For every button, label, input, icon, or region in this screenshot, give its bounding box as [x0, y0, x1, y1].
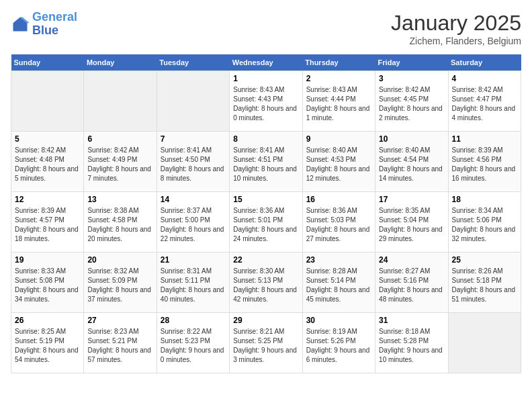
calendar-cell: 20Sunrise: 8:32 AM Sunset: 5:09 PM Dayli… — [84, 253, 157, 313]
day-info: Sunrise: 8:25 AM Sunset: 5:19 PM Dayligh… — [15, 327, 80, 365]
day-info: Sunrise: 8:43 AM Sunset: 4:43 PM Dayligh… — [233, 85, 298, 123]
weekday-header-saturday: Saturday — [448, 54, 521, 71]
day-info: Sunrise: 8:21 AM Sunset: 5:25 PM Dayligh… — [233, 327, 298, 365]
calendar-cell: 21Sunrise: 8:31 AM Sunset: 5:11 PM Dayli… — [157, 253, 229, 313]
day-number: 1 — [233, 74, 298, 83]
day-number: 16 — [306, 195, 371, 204]
weekday-header-tuesday: Tuesday — [157, 54, 229, 71]
calendar-table: SundayMondayTuesdayWednesdayThursdayFrid… — [11, 54, 521, 373]
day-number: 12 — [15, 195, 80, 204]
logo: General Blue — [11, 11, 77, 38]
logo-text: General Blue — [32, 11, 77, 38]
day-number: 22 — [233, 255, 298, 265]
day-info: Sunrise: 8:28 AM Sunset: 5:14 PM Dayligh… — [306, 267, 371, 304]
calendar-cell: 29Sunrise: 8:21 AM Sunset: 5:25 PM Dayli… — [230, 313, 302, 373]
day-number: 9 — [306, 134, 371, 144]
title-block: January 2025 Zichem, Flanders, Belgium — [391, 11, 521, 46]
day-info: Sunrise: 8:42 AM Sunset: 4:47 PM Dayligh… — [452, 85, 517, 123]
calendar-cell: 2Sunrise: 8:43 AM Sunset: 4:44 PM Daylig… — [302, 71, 375, 132]
calendar-cell: 26Sunrise: 8:25 AM Sunset: 5:19 PM Dayli… — [11, 313, 84, 373]
day-number: 13 — [87, 195, 152, 204]
day-info: Sunrise: 8:40 AM Sunset: 4:54 PM Dayligh… — [379, 146, 444, 183]
day-number: 20 — [87, 255, 152, 265]
calendar-cell — [11, 71, 84, 132]
calendar-header-row: SundayMondayTuesdayWednesdayThursdayFrid… — [11, 54, 521, 71]
day-info: Sunrise: 8:32 AM Sunset: 5:09 PM Dayligh… — [87, 267, 152, 304]
day-number: 28 — [161, 316, 226, 325]
day-info: Sunrise: 8:41 AM Sunset: 4:50 PM Dayligh… — [161, 146, 226, 183]
weekday-header-wednesday: Wednesday — [230, 54, 302, 71]
calendar-cell: 18Sunrise: 8:34 AM Sunset: 5:06 PM Dayli… — [448, 192, 521, 253]
day-info: Sunrise: 8:38 AM Sunset: 4:58 PM Dayligh… — [87, 206, 152, 244]
calendar-cell: 25Sunrise: 8:26 AM Sunset: 5:18 PM Dayli… — [448, 253, 521, 313]
calendar-body: 1Sunrise: 8:43 AM Sunset: 4:43 PM Daylig… — [11, 71, 521, 373]
day-info: Sunrise: 8:23 AM Sunset: 5:21 PM Dayligh… — [87, 327, 152, 365]
day-info: Sunrise: 8:19 AM Sunset: 5:26 PM Dayligh… — [306, 327, 371, 365]
calendar-cell: 6Sunrise: 8:42 AM Sunset: 4:49 PM Daylig… — [84, 132, 157, 192]
day-info: Sunrise: 8:33 AM Sunset: 5:08 PM Dayligh… — [15, 267, 80, 304]
day-info: Sunrise: 8:39 AM Sunset: 4:56 PM Dayligh… — [452, 146, 517, 183]
calendar-cell: 23Sunrise: 8:28 AM Sunset: 5:14 PM Dayli… — [302, 253, 375, 313]
calendar-cell: 24Sunrise: 8:27 AM Sunset: 5:16 PM Dayli… — [375, 253, 448, 313]
calendar-cell: 1Sunrise: 8:43 AM Sunset: 4:43 PM Daylig… — [230, 71, 302, 132]
calendar-cell: 15Sunrise: 8:36 AM Sunset: 5:01 PM Dayli… — [230, 192, 302, 253]
calendar-cell — [157, 71, 229, 132]
day-info: Sunrise: 8:39 AM Sunset: 4:57 PM Dayligh… — [15, 206, 80, 244]
calendar-cell: 17Sunrise: 8:35 AM Sunset: 5:04 PM Dayli… — [375, 192, 448, 253]
calendar-week-row: 19Sunrise: 8:33 AM Sunset: 5:08 PM Dayli… — [11, 253, 521, 313]
weekday-header-thursday: Thursday — [302, 54, 375, 71]
day-info: Sunrise: 8:35 AM Sunset: 5:04 PM Dayligh… — [379, 206, 444, 244]
day-number: 30 — [306, 316, 371, 325]
calendar-cell: 5Sunrise: 8:42 AM Sunset: 4:48 PM Daylig… — [11, 132, 84, 192]
day-number: 2 — [306, 74, 371, 83]
day-info: Sunrise: 8:36 AM Sunset: 5:01 PM Dayligh… — [233, 206, 298, 244]
weekday-header-monday: Monday — [84, 54, 157, 71]
day-number: 24 — [379, 255, 444, 265]
calendar-cell: 9Sunrise: 8:40 AM Sunset: 4:53 PM Daylig… — [302, 132, 375, 192]
day-number: 11 — [452, 134, 517, 144]
day-number: 29 — [233, 316, 298, 325]
calendar-cell: 7Sunrise: 8:41 AM Sunset: 4:50 PM Daylig… — [157, 132, 229, 192]
day-number: 6 — [87, 134, 152, 144]
weekday-header-friday: Friday — [375, 54, 448, 71]
day-number: 15 — [233, 195, 298, 204]
day-info: Sunrise: 8:42 AM Sunset: 4:48 PM Dayligh… — [15, 146, 80, 183]
day-info: Sunrise: 8:31 AM Sunset: 5:11 PM Dayligh… — [161, 267, 226, 304]
calendar-cell: 19Sunrise: 8:33 AM Sunset: 5:08 PM Dayli… — [11, 253, 84, 313]
month-year-title: January 2025 — [391, 11, 521, 36]
calendar-cell: 28Sunrise: 8:22 AM Sunset: 5:23 PM Dayli… — [157, 313, 229, 373]
page-header: General Blue January 2025 Zichem, Flande… — [11, 11, 521, 46]
calendar-cell: 12Sunrise: 8:39 AM Sunset: 4:57 PM Dayli… — [11, 192, 84, 253]
day-number: 7 — [161, 134, 226, 144]
day-info: Sunrise: 8:27 AM Sunset: 5:16 PM Dayligh… — [379, 267, 444, 304]
day-number: 25 — [452, 255, 517, 265]
calendar-cell: 3Sunrise: 8:42 AM Sunset: 4:45 PM Daylig… — [375, 71, 448, 132]
calendar-cell — [448, 313, 521, 373]
calendar-cell: 30Sunrise: 8:19 AM Sunset: 5:26 PM Dayli… — [302, 313, 375, 373]
day-number: 17 — [379, 195, 444, 204]
day-info: Sunrise: 8:22 AM Sunset: 5:23 PM Dayligh… — [161, 327, 226, 365]
day-info: Sunrise: 8:36 AM Sunset: 5:03 PM Dayligh… — [306, 206, 371, 244]
calendar-week-row: 12Sunrise: 8:39 AM Sunset: 4:57 PM Dayli… — [11, 192, 521, 253]
calendar-cell — [84, 71, 157, 132]
day-number: 26 — [15, 316, 80, 325]
day-info: Sunrise: 8:18 AM Sunset: 5:28 PM Dayligh… — [379, 327, 444, 365]
day-info: Sunrise: 8:37 AM Sunset: 5:00 PM Dayligh… — [161, 206, 226, 244]
day-info: Sunrise: 8:42 AM Sunset: 4:49 PM Dayligh… — [87, 146, 152, 183]
calendar-cell: 14Sunrise: 8:37 AM Sunset: 5:00 PM Dayli… — [157, 192, 229, 253]
calendar-cell: 31Sunrise: 8:18 AM Sunset: 5:28 PM Dayli… — [375, 313, 448, 373]
location-subtitle: Zichem, Flanders, Belgium — [391, 36, 521, 46]
day-number: 3 — [379, 74, 444, 83]
svg-marker-0 — [13, 17, 28, 31]
day-info: Sunrise: 8:30 AM Sunset: 5:13 PM Dayligh… — [233, 267, 298, 304]
weekday-header-sunday: Sunday — [11, 54, 84, 71]
calendar-cell: 11Sunrise: 8:39 AM Sunset: 4:56 PM Dayli… — [448, 132, 521, 192]
day-info: Sunrise: 8:40 AM Sunset: 4:53 PM Dayligh… — [306, 146, 371, 183]
logo-icon — [11, 15, 30, 34]
day-info: Sunrise: 8:34 AM Sunset: 5:06 PM Dayligh… — [452, 206, 517, 244]
day-info: Sunrise: 8:41 AM Sunset: 4:51 PM Dayligh… — [233, 146, 298, 183]
calendar-cell: 16Sunrise: 8:36 AM Sunset: 5:03 PM Dayli… — [302, 192, 375, 253]
day-number: 10 — [379, 134, 444, 144]
calendar-cell: 13Sunrise: 8:38 AM Sunset: 4:58 PM Dayli… — [84, 192, 157, 253]
day-number: 8 — [233, 134, 298, 144]
